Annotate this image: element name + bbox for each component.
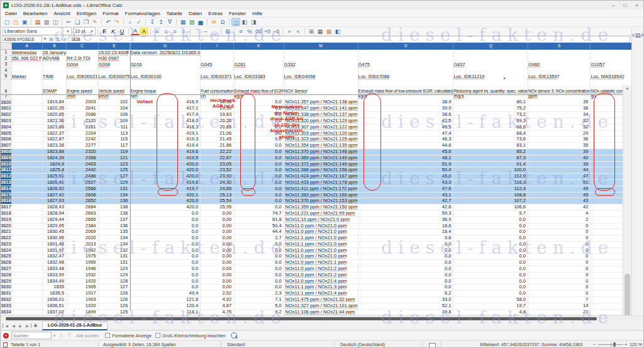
cell[interactable]: G475 (358, 62, 453, 68)
cell[interactable]: 47,4 (358, 130, 453, 137)
cell[interactable]: 131 (98, 186, 130, 192)
cell[interactable] (11, 254, 42, 260)
row-header[interactable]: 3603 (1, 118, 11, 124)
cell[interactable]: NOX Sensor (284, 79, 358, 93)
underline-icon[interactable]: U (118, 28, 126, 35)
sort-ascending-icon[interactable]: ↧ (148, 18, 157, 26)
bold-icon[interactable]: F (100, 28, 109, 35)
formatted-display-checkbox[interactable] (105, 333, 110, 338)
cell[interactable]: 24,30 (201, 179, 234, 186)
row-header[interactable]: 3627 (1, 266, 11, 272)
cell[interactable]: 0,0 (358, 241, 453, 247)
column-header-C[interactable]: C (66, 43, 98, 50)
cell[interactable] (453, 50, 528, 56)
cell[interactable]: 69,3 (453, 118, 528, 124)
cell[interactable] (11, 143, 42, 149)
cell[interactable]: 1833,48 (42, 266, 66, 272)
cell[interactable] (11, 205, 42, 211)
cut-icon[interactable]: ✂ (64, 18, 73, 26)
cell[interactable]: 20,65 (201, 124, 234, 130)
properties-icon[interactable]: ▤ (635, 32, 641, 38)
cell[interactable] (11, 167, 42, 174)
cell[interactable]: G960 (528, 62, 590, 68)
cell[interactable] (234, 55, 284, 62)
cell[interactable]: 0,0 (453, 278, 528, 284)
cell[interactable]: 1821,86 (42, 124, 66, 130)
cell[interactable]: 1828,43 (42, 205, 66, 211)
cell[interactable]: 36,9 (358, 216, 453, 223)
cell[interactable]: 418,3 (130, 124, 201, 130)
cell[interactable]: 4,92 (201, 297, 234, 303)
cell[interactable]: 43,3 (358, 179, 453, 186)
cell[interactable]: 0 (528, 278, 590, 284)
name-box[interactable]: A3608:XFD3616 (2, 36, 42, 43)
cell[interactable] (11, 260, 42, 266)
cell[interactable]: 419,7 (130, 186, 201, 192)
cell[interactable]: 418,0 (130, 118, 201, 124)
cell[interactable]: 0,0 (453, 284, 528, 291)
cell[interactable]: 1820,85 (42, 112, 66, 118)
cell[interactable]: 44 (528, 167, 590, 174)
align-left-icon[interactable]: ≡ (153, 28, 162, 35)
special-character-icon[interactable]: Ω (218, 18, 227, 26)
cell[interactable]: 0,00 (201, 266, 234, 272)
font-color-icon[interactable]: A (131, 28, 140, 35)
cell[interactable]: 1831,46 (42, 241, 66, 247)
menu-item-tabelle[interactable]: Tabelle (164, 9, 186, 18)
cell[interactable]: 2161 (66, 124, 98, 130)
cell[interactable]: Reducing agent inj. quantity: spec. valu… (453, 79, 528, 93)
menu-item-ansicht[interactable]: Ansicht (50, 9, 73, 18)
cell[interactable]: 19,7 (453, 303, 528, 309)
cell[interactable] (358, 67, 453, 74)
cell[interactable]: 121 (98, 155, 130, 161)
cell[interactable]: 0,0 (453, 241, 528, 247)
open-icon[interactable]: ◳ (11, 18, 20, 26)
cell[interactable]: 0,0 (234, 205, 284, 211)
cell[interactable] (528, 55, 590, 62)
cell[interactable]: 1833,99 (42, 272, 66, 278)
cell[interactable] (11, 155, 42, 161)
cell[interactable]: 59,3 (358, 210, 453, 216)
cell[interactable]: 129 (98, 266, 130, 272)
cell[interactable]: 112,9 (453, 174, 528, 180)
cell[interactable]: 21,86 (201, 143, 234, 149)
cell[interactable]: 2013 (66, 241, 98, 247)
cell[interactable] (11, 266, 42, 272)
column-header-A[interactable]: A (11, 43, 42, 50)
cell[interactable]: 0,0 (130, 272, 201, 278)
selection-status[interactable]: Ausgewählt: 9 Zeilen, 16.384 Spalten (103, 340, 176, 348)
cell[interactable]: NOx sensor 3: NOx concentration (528, 79, 590, 93)
cell[interactable]: 0,0 (453, 254, 528, 260)
redo-icon[interactable]: ↷ (113, 18, 121, 26)
cell[interactable] (11, 124, 42, 130)
find-next-icon[interactable]: ▽ (65, 333, 74, 338)
cell[interactable]: 138 (98, 205, 130, 211)
cell[interactable]: 0,0 (453, 247, 528, 254)
cell[interactable]: 41,5 (358, 118, 453, 124)
cell[interactable]: Loc. IDE03383 (234, 74, 284, 80)
cell[interactable]: 0,0 (358, 266, 453, 272)
cell[interactable]: 0,6 (358, 235, 453, 242)
format-percent-icon[interactable]: % (245, 28, 254, 35)
sum-icon[interactable]: Σ (55, 36, 62, 42)
cell[interactable]: 419,6 (130, 149, 201, 155)
cell[interactable]: 21 (528, 309, 590, 315)
cell[interactable]: 83,1 (453, 143, 528, 149)
cell[interactable]: 38,9 (358, 99, 453, 106)
align-center-icon[interactable]: ≡ (162, 28, 170, 35)
row-header[interactable]: 5 (1, 74, 11, 80)
row-header[interactable]: 3633 (1, 303, 11, 309)
cell[interactable]: 116,3 (453, 179, 528, 186)
cell[interactable]: 420,0 (130, 205, 201, 211)
cell[interactable]: 0,0 (130, 229, 201, 235)
cell[interactable] (11, 130, 42, 137)
cell[interactable]: 129 (98, 272, 130, 278)
row-header[interactable]: 3607 (1, 143, 11, 149)
cell[interactable]: 1903 (66, 297, 98, 303)
column-header-Q[interactable]: Q (453, 43, 528, 50)
cell[interactable]: 2486 (66, 174, 98, 180)
cell[interactable]: 117 (98, 143, 130, 149)
cell[interactable] (284, 55, 358, 62)
cell[interactable] (11, 192, 42, 198)
cell[interactable] (98, 67, 130, 74)
